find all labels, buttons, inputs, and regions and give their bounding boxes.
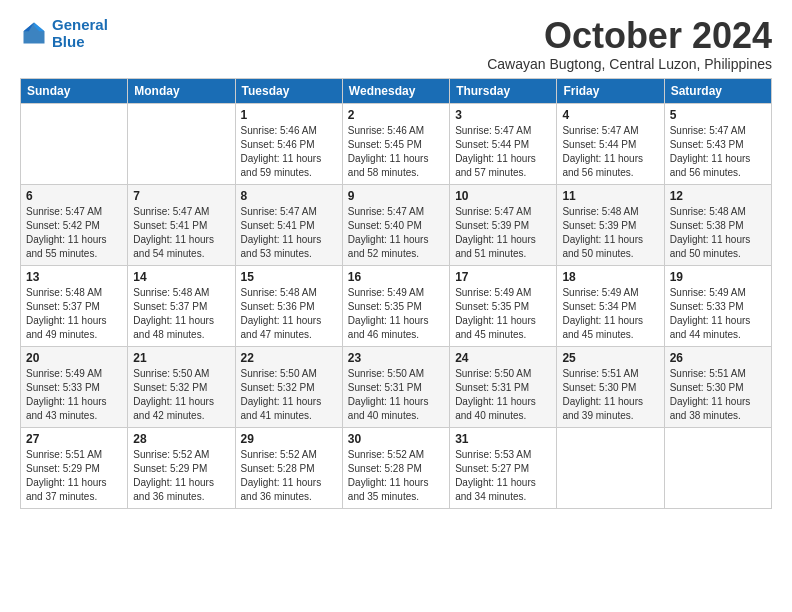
table-row: 23Sunrise: 5:50 AM Sunset: 5:31 PM Dayli… — [342, 346, 449, 427]
table-row: 19Sunrise: 5:49 AM Sunset: 5:33 PM Dayli… — [664, 265, 771, 346]
day-number: 22 — [241, 351, 337, 365]
table-row: 4Sunrise: 5:47 AM Sunset: 5:44 PM Daylig… — [557, 103, 664, 184]
day-number: 27 — [26, 432, 122, 446]
table-row: 8Sunrise: 5:47 AM Sunset: 5:41 PM Daylig… — [235, 184, 342, 265]
day-number: 20 — [26, 351, 122, 365]
logo: General Blue — [20, 16, 108, 51]
day-info: Sunrise: 5:46 AM Sunset: 5:46 PM Dayligh… — [241, 124, 337, 180]
day-number: 15 — [241, 270, 337, 284]
day-number: 9 — [348, 189, 444, 203]
day-info: Sunrise: 5:52 AM Sunset: 5:29 PM Dayligh… — [133, 448, 229, 504]
day-info: Sunrise: 5:47 AM Sunset: 5:43 PM Dayligh… — [670, 124, 766, 180]
day-number: 14 — [133, 270, 229, 284]
table-row: 22Sunrise: 5:50 AM Sunset: 5:32 PM Dayli… — [235, 346, 342, 427]
page: General Blue October 2024 Cawayan Bugton… — [0, 0, 792, 519]
table-row: 31Sunrise: 5:53 AM Sunset: 5:27 PM Dayli… — [450, 427, 557, 508]
table-row — [21, 103, 128, 184]
day-number: 3 — [455, 108, 551, 122]
day-number: 4 — [562, 108, 658, 122]
day-info: Sunrise: 5:47 AM Sunset: 5:39 PM Dayligh… — [455, 205, 551, 261]
day-number: 30 — [348, 432, 444, 446]
day-number: 31 — [455, 432, 551, 446]
day-number: 21 — [133, 351, 229, 365]
calendar-week-row: 13Sunrise: 5:48 AM Sunset: 5:37 PM Dayli… — [21, 265, 772, 346]
day-info: Sunrise: 5:49 AM Sunset: 5:33 PM Dayligh… — [670, 286, 766, 342]
day-number: 17 — [455, 270, 551, 284]
day-number: 18 — [562, 270, 658, 284]
day-info: Sunrise: 5:50 AM Sunset: 5:32 PM Dayligh… — [241, 367, 337, 423]
col-monday: Monday — [128, 78, 235, 103]
day-info: Sunrise: 5:48 AM Sunset: 5:36 PM Dayligh… — [241, 286, 337, 342]
col-thursday: Thursday — [450, 78, 557, 103]
day-number: 2 — [348, 108, 444, 122]
table-row: 28Sunrise: 5:52 AM Sunset: 5:29 PM Dayli… — [128, 427, 235, 508]
table-row: 3Sunrise: 5:47 AM Sunset: 5:44 PM Daylig… — [450, 103, 557, 184]
day-number: 12 — [670, 189, 766, 203]
logo-text: General Blue — [52, 16, 108, 51]
calendar-week-row: 6Sunrise: 5:47 AM Sunset: 5:42 PM Daylig… — [21, 184, 772, 265]
day-number: 28 — [133, 432, 229, 446]
day-info: Sunrise: 5:50 AM Sunset: 5:31 PM Dayligh… — [348, 367, 444, 423]
table-row: 2Sunrise: 5:46 AM Sunset: 5:45 PM Daylig… — [342, 103, 449, 184]
day-info: Sunrise: 5:47 AM Sunset: 5:44 PM Dayligh… — [455, 124, 551, 180]
calendar-header-row: Sunday Monday Tuesday Wednesday Thursday… — [21, 78, 772, 103]
col-friday: Friday — [557, 78, 664, 103]
day-info: Sunrise: 5:50 AM Sunset: 5:31 PM Dayligh… — [455, 367, 551, 423]
day-number: 1 — [241, 108, 337, 122]
day-info: Sunrise: 5:48 AM Sunset: 5:37 PM Dayligh… — [26, 286, 122, 342]
day-info: Sunrise: 5:47 AM Sunset: 5:44 PM Dayligh… — [562, 124, 658, 180]
table-row: 26Sunrise: 5:51 AM Sunset: 5:30 PM Dayli… — [664, 346, 771, 427]
day-info: Sunrise: 5:51 AM Sunset: 5:29 PM Dayligh… — [26, 448, 122, 504]
day-info: Sunrise: 5:53 AM Sunset: 5:27 PM Dayligh… — [455, 448, 551, 504]
calendar-week-row: 1Sunrise: 5:46 AM Sunset: 5:46 PM Daylig… — [21, 103, 772, 184]
col-wednesday: Wednesday — [342, 78, 449, 103]
day-info: Sunrise: 5:52 AM Sunset: 5:28 PM Dayligh… — [348, 448, 444, 504]
day-info: Sunrise: 5:52 AM Sunset: 5:28 PM Dayligh… — [241, 448, 337, 504]
day-number: 8 — [241, 189, 337, 203]
day-number: 29 — [241, 432, 337, 446]
day-info: Sunrise: 5:48 AM Sunset: 5:38 PM Dayligh… — [670, 205, 766, 261]
table-row: 29Sunrise: 5:52 AM Sunset: 5:28 PM Dayli… — [235, 427, 342, 508]
col-tuesday: Tuesday — [235, 78, 342, 103]
table-row: 11Sunrise: 5:48 AM Sunset: 5:39 PM Dayli… — [557, 184, 664, 265]
day-info: Sunrise: 5:47 AM Sunset: 5:41 PM Dayligh… — [241, 205, 337, 261]
day-info: Sunrise: 5:49 AM Sunset: 5:35 PM Dayligh… — [348, 286, 444, 342]
table-row: 13Sunrise: 5:48 AM Sunset: 5:37 PM Dayli… — [21, 265, 128, 346]
day-info: Sunrise: 5:48 AM Sunset: 5:39 PM Dayligh… — [562, 205, 658, 261]
day-info: Sunrise: 5:47 AM Sunset: 5:40 PM Dayligh… — [348, 205, 444, 261]
day-info: Sunrise: 5:50 AM Sunset: 5:32 PM Dayligh… — [133, 367, 229, 423]
table-row: 12Sunrise: 5:48 AM Sunset: 5:38 PM Dayli… — [664, 184, 771, 265]
table-row: 30Sunrise: 5:52 AM Sunset: 5:28 PM Dayli… — [342, 427, 449, 508]
table-row: 7Sunrise: 5:47 AM Sunset: 5:41 PM Daylig… — [128, 184, 235, 265]
day-info: Sunrise: 5:49 AM Sunset: 5:35 PM Dayligh… — [455, 286, 551, 342]
table-row: 1Sunrise: 5:46 AM Sunset: 5:46 PM Daylig… — [235, 103, 342, 184]
day-number: 23 — [348, 351, 444, 365]
header: General Blue October 2024 Cawayan Bugton… — [20, 16, 772, 72]
table-row: 18Sunrise: 5:49 AM Sunset: 5:34 PM Dayli… — [557, 265, 664, 346]
table-row: 25Sunrise: 5:51 AM Sunset: 5:30 PM Dayli… — [557, 346, 664, 427]
table-row: 9Sunrise: 5:47 AM Sunset: 5:40 PM Daylig… — [342, 184, 449, 265]
day-number: 24 — [455, 351, 551, 365]
day-info: Sunrise: 5:49 AM Sunset: 5:33 PM Dayligh… — [26, 367, 122, 423]
day-number: 5 — [670, 108, 766, 122]
table-row: 24Sunrise: 5:50 AM Sunset: 5:31 PM Dayli… — [450, 346, 557, 427]
day-number: 26 — [670, 351, 766, 365]
day-info: Sunrise: 5:51 AM Sunset: 5:30 PM Dayligh… — [562, 367, 658, 423]
calendar-table: Sunday Monday Tuesday Wednesday Thursday… — [20, 78, 772, 509]
table-row: 14Sunrise: 5:48 AM Sunset: 5:37 PM Dayli… — [128, 265, 235, 346]
day-number: 25 — [562, 351, 658, 365]
month-title: October 2024 — [487, 16, 772, 56]
table-row: 17Sunrise: 5:49 AM Sunset: 5:35 PM Dayli… — [450, 265, 557, 346]
day-number: 16 — [348, 270, 444, 284]
table-row: 20Sunrise: 5:49 AM Sunset: 5:33 PM Dayli… — [21, 346, 128, 427]
day-info: Sunrise: 5:47 AM Sunset: 5:42 PM Dayligh… — [26, 205, 122, 261]
day-info: Sunrise: 5:47 AM Sunset: 5:41 PM Dayligh… — [133, 205, 229, 261]
calendar-week-row: 27Sunrise: 5:51 AM Sunset: 5:29 PM Dayli… — [21, 427, 772, 508]
day-info: Sunrise: 5:46 AM Sunset: 5:45 PM Dayligh… — [348, 124, 444, 180]
table-row: 27Sunrise: 5:51 AM Sunset: 5:29 PM Dayli… — [21, 427, 128, 508]
table-row — [557, 427, 664, 508]
calendar-week-row: 20Sunrise: 5:49 AM Sunset: 5:33 PM Dayli… — [21, 346, 772, 427]
table-row — [128, 103, 235, 184]
table-row — [664, 427, 771, 508]
table-row: 10Sunrise: 5:47 AM Sunset: 5:39 PM Dayli… — [450, 184, 557, 265]
